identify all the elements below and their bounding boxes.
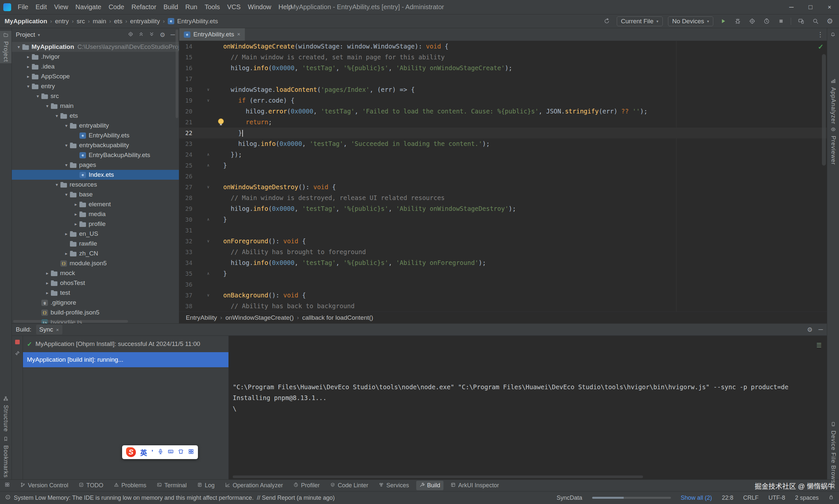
code-line-22[interactable]: 22 }	[179, 128, 827, 138]
tree-item-build-profile-json5[interactable]: {}build-profile.json5	[12, 308, 179, 318]
editor-gutter[interactable]: 26	[179, 171, 216, 182]
tree-chevron-right-icon[interactable]: ▸	[44, 281, 51, 286]
editor-gutter[interactable]: 33	[179, 247, 216, 257]
menu-code[interactable]: Code	[105, 2, 128, 13]
editor-gutter[interactable]: 24∧	[179, 149, 216, 160]
stripe-button-structure[interactable]: Structure	[0, 395, 12, 433]
tree-item-appscope[interactable]: ▸AppScope	[12, 71, 179, 81]
debug-button[interactable]	[733, 17, 742, 26]
editor-gutter[interactable]: 27∨	[179, 182, 216, 193]
code-line-30[interactable]: 30∧ }	[179, 214, 827, 225]
editor-breadcrumb-callback-for-loadcontent[interactable]: callback for loadContent()	[302, 314, 373, 321]
code-line-32[interactable]: 32∨ onForeground(): void {	[179, 236, 827, 247]
fold-up-icon[interactable]: ∧	[192, 214, 213, 225]
breadcrumb-ets[interactable]: ets	[114, 18, 122, 25]
code-line-28[interactable]: 28 // Main window is destroyed, release …	[179, 193, 827, 203]
code-line-14[interactable]: 14 onWindowStageCreate(windowStage: wind…	[179, 41, 827, 52]
build-event-success[interactable]: ✓MyApplication [Ohpm Install]: successfu…	[23, 338, 228, 349]
code-line-26[interactable]: 26	[179, 171, 827, 182]
code-line-18[interactable]: 18∨ windowStage.loadContent('pages/Index…	[179, 84, 827, 95]
editor-gutter[interactable]: 14	[179, 41, 216, 52]
tree-chevron-down-icon[interactable]: ▾	[44, 103, 51, 109]
tree-chevron-down-icon[interactable]: ▾	[63, 162, 70, 167]
toolwindow-button-log[interactable]: Log	[194, 481, 218, 490]
tab-options-icon[interactable]: ⋮	[817, 31, 824, 38]
mic-icon[interactable]	[157, 449, 164, 456]
tree-item-en-us[interactable]: ▸en_US	[12, 229, 179, 239]
editor-gutter[interactable]: 25∧	[179, 160, 216, 171]
tree-item-pages[interactable]: ▾pages	[12, 160, 179, 170]
code-line-35[interactable]: 35∧ }	[179, 268, 827, 279]
coverage-button[interactable]	[748, 17, 757, 26]
fold-down-icon[interactable]: ∨	[192, 84, 213, 95]
editor-gutter[interactable]: 35∧	[179, 268, 216, 279]
tree-item-entrybackupability-ets[interactable]: eEntryBackupAbility.ets	[12, 150, 179, 160]
profiler-button[interactable]	[762, 17, 771, 26]
code-line-33[interactable]: 33 // Ability has brought to foreground	[179, 247, 827, 257]
tree-item-entry[interactable]: ▾entry	[12, 81, 179, 91]
stop-build-button[interactable]	[15, 340, 20, 344]
tree-chevron-right-icon[interactable]: ▸	[63, 231, 70, 236]
hide-panel-icon[interactable]: ─	[171, 31, 175, 38]
expand-all-icon[interactable]	[149, 31, 154, 38]
ime-toolbox-icon[interactable]	[188, 449, 194, 456]
device-manager-button[interactable]	[796, 17, 806, 26]
settings-button[interactable]: ⚙	[825, 17, 834, 26]
tree-item-resources[interactable]: ▾resources	[12, 180, 179, 190]
toolwindow-button-operation-analyzer[interactable]: Operation Analyzer	[222, 481, 286, 490]
toolwindow-button-code-linter[interactable]: Code Linter	[327, 481, 372, 490]
code-line-25[interactable]: 25∧ }	[179, 160, 827, 171]
toolwindow-button-todo[interactable]: TODO	[75, 481, 107, 490]
tree-horizontal-scrollbar[interactable]	[13, 320, 128, 323]
editor-gutter[interactable]: 32∨	[179, 236, 216, 247]
tree-item-module-json5[interactable]: {}module.json5	[12, 258, 179, 268]
chevron-down-icon[interactable]: ▾	[38, 33, 40, 37]
skin-icon[interactable]	[178, 449, 184, 456]
search-everywhere-button[interactable]	[811, 17, 820, 26]
intention-bulb-icon[interactable]	[218, 119, 224, 124]
tree-chevron-down-icon[interactable]: ▾	[63, 192, 70, 197]
encoding-widget[interactable]: UTF-8	[768, 494, 785, 501]
tree-item-zh-cn[interactable]: ▸zh_CN	[12, 249, 179, 258]
tree-chevron-down-icon[interactable]: ▾	[15, 44, 22, 50]
editor-gutter[interactable]: 30∧	[179, 214, 216, 225]
editor-gutter[interactable]: 17	[179, 73, 216, 84]
menu-window[interactable]: Window	[244, 2, 274, 13]
code-editor[interactable]: 14 onWindowStageCreate(windowStage: wind…	[179, 41, 827, 311]
breadcrumb-entryability[interactable]: entryability	[130, 18, 160, 25]
code-line-23[interactable]: 23 hilog.info(0x0000, 'testTag', 'Succee…	[179, 138, 827, 149]
editor-gutter[interactable]: 37∨	[179, 290, 216, 301]
tree-item-gitignore[interactable]: g.gitignore	[12, 298, 179, 308]
stripe-button-bookmarks[interactable]: Bookmarks	[0, 435, 12, 479]
code-line-27[interactable]: 27∨ onWindowStageDestroy(): void {	[179, 182, 827, 193]
code-line-16[interactable]: 16 hilog.info(0x0000, 'testTag', '%{publ…	[179, 62, 827, 73]
menu-view[interactable]: View	[51, 2, 71, 13]
tree-chevron-right-icon[interactable]: ▸	[24, 74, 32, 79]
notifications-bell-icon[interactable]	[831, 32, 835, 39]
tree-item-base[interactable]: ▾base	[12, 190, 179, 199]
stripe-button-appanalyzer[interactable]: AppAnalyzer	[827, 77, 839, 126]
menu-file[interactable]: File	[14, 2, 32, 13]
build-event-running[interactable]: MyApplication [build init]: running...	[23, 352, 228, 367]
code-line-36[interactable]: 36	[179, 279, 827, 290]
tree-item-hvigor[interactable]: ▸.hvigor	[12, 52, 179, 62]
toolwindow-button-problems[interactable]: Problems	[110, 481, 150, 490]
keyboard-icon[interactable]	[168, 449, 174, 456]
hide-panel-icon[interactable]: ─	[819, 326, 823, 333]
editor-gutter[interactable]: 19∨	[179, 95, 216, 106]
ime-punctuation-toggle[interactable]: ’	[151, 448, 153, 456]
code-line-15[interactable]: 15 // Main window is created, set main p…	[179, 52, 827, 62]
project-options-icon[interactable]: ⚙	[159, 32, 165, 38]
tree-chevron-right-icon[interactable]: ▸	[24, 64, 32, 69]
editor-gutter[interactable]: 28	[179, 193, 216, 203]
code-line-24[interactable]: 24∧ });	[179, 149, 827, 160]
toolwindow-button-arkui-inspector[interactable]: ArkUI Inspector	[447, 481, 502, 490]
tree-item-index-ets[interactable]: eIndex.ets	[12, 170, 179, 180]
breadcrumb-src[interactable]: src	[76, 18, 85, 25]
code-line-38[interactable]: 38 // Ability has back to background	[179, 301, 827, 311]
tree-item-ets[interactable]: ▾ets	[12, 111, 179, 121]
close-button[interactable]: ×	[820, 0, 839, 14]
pin-icon[interactable]	[15, 350, 20, 357]
sync-project-icon[interactable]	[602, 17, 612, 26]
close-tab-icon[interactable]: ×	[56, 327, 59, 332]
